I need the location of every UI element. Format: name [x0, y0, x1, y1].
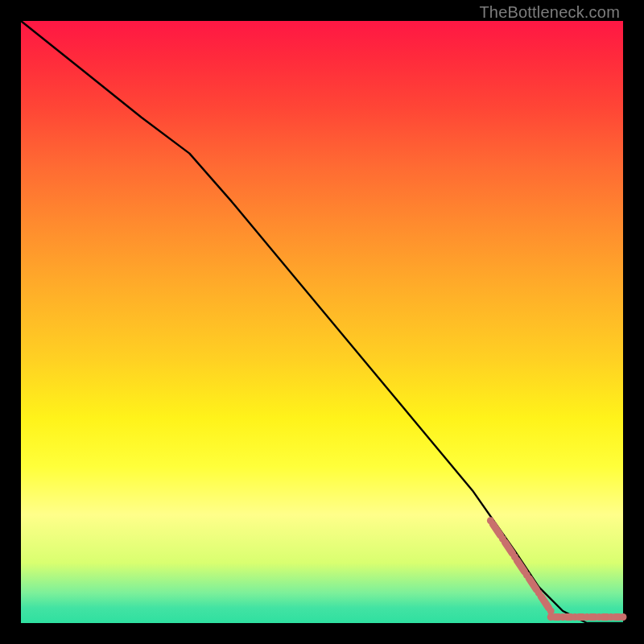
marker-dash: [541, 597, 548, 608]
marker-dash: [529, 578, 536, 589]
watermark-text: TheBottleneck.com: [479, 3, 620, 22]
gradient-plot-area: [21, 21, 623, 623]
chart-svg: [21, 21, 623, 623]
marker-dash: [517, 560, 524, 572]
marker-dash: [505, 542, 512, 553]
chart-stage: TheBottleneck.com: [0, 0, 644, 644]
marker-dot: [620, 613, 627, 621]
main-curve-line: [21, 21, 623, 623]
marker-dash: [493, 524, 500, 535]
